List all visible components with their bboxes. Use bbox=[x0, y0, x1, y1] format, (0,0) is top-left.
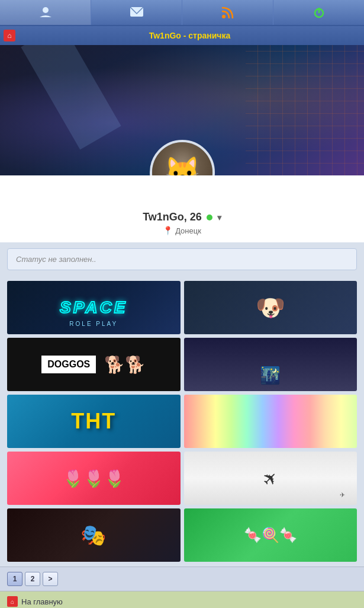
tnt-logo: ТНТ bbox=[71, 409, 116, 434]
group-item[interactable] bbox=[7, 281, 181, 334]
pagination-bar: 1 2 > bbox=[0, 567, 364, 591]
status-box[interactable]: Статус не заполнен.. bbox=[7, 248, 357, 270]
profile-location: 📍 Донецк bbox=[0, 226, 364, 235]
cover-grid bbox=[246, 45, 364, 175]
group-item[interactable]: ТНТ bbox=[7, 395, 181, 448]
title-bar: ⌂ Tw1nGo - страничка bbox=[0, 26, 364, 45]
online-indicator bbox=[207, 215, 212, 220]
page-1-button[interactable]: 1 bbox=[7, 572, 22, 586]
page-2-button[interactable]: 2 bbox=[25, 572, 40, 586]
profile-name-row: Tw1nGo, 26 ▾ bbox=[0, 211, 364, 223]
profile-info: Tw1nGo, 26 ▾ 📍 Донецк bbox=[0, 175, 364, 242]
home-icon-small: ⌂ bbox=[7, 596, 18, 607]
group-item[interactable]: 🌃 bbox=[184, 338, 357, 391]
home-title-icon: ⌂ bbox=[4, 30, 15, 41]
night-scene: 🌃 bbox=[260, 366, 281, 391]
page-next-button[interactable]: > bbox=[43, 572, 58, 586]
messages-icon bbox=[130, 5, 144, 20]
profile-avatar[interactable]: 🐱 bbox=[150, 140, 215, 175]
profile-nav-item[interactable] bbox=[0, 0, 91, 25]
group-item[interactable] bbox=[184, 395, 357, 448]
location-icon: 📍 bbox=[163, 226, 173, 235]
group-item[interactable] bbox=[184, 281, 357, 334]
main-content: 🐱 Tw1nGo, 26 ▾ 📍 Донецк Статус не заполн… bbox=[0, 45, 364, 608]
group-item[interactable] bbox=[7, 508, 181, 562]
profile-icon bbox=[38, 5, 53, 20]
profile-dropdown[interactable]: ▾ bbox=[217, 213, 221, 222]
group-item[interactable] bbox=[184, 508, 357, 562]
group-item[interactable] bbox=[7, 452, 181, 505]
home-link-text: На главную bbox=[21, 597, 63, 606]
groups-grid: DOGGOS 🐕🐕 🌃 ТНТ ✈ bbox=[7, 281, 357, 562]
top-navigation bbox=[0, 0, 364, 26]
power-icon bbox=[312, 5, 326, 20]
feed-nav-item[interactable] bbox=[182, 0, 273, 25]
svg-point-2 bbox=[222, 15, 226, 18]
doggos-badge: DOGGOS bbox=[41, 356, 96, 373]
power-nav-item[interactable] bbox=[273, 0, 364, 25]
groups-section: DOGGOS 🐕🐕 🌃 ТНТ ✈ bbox=[0, 276, 364, 567]
group-item[interactable]: DOGGOS 🐕🐕 bbox=[7, 338, 181, 391]
home-link-bar[interactable]: ⌂ На главную bbox=[0, 591, 364, 608]
doggos-icon: 🐕🐕 bbox=[104, 355, 146, 375]
avatar-image: 🐱 bbox=[152, 142, 212, 175]
profile-name: Tw1nGo, 26 bbox=[143, 211, 202, 223]
group-item[interactable]: ✈ bbox=[184, 452, 357, 505]
svg-point-0 bbox=[43, 7, 49, 13]
rss-icon bbox=[221, 5, 235, 20]
page-title: Tw1nGo - страничка bbox=[19, 31, 360, 40]
profile-cover: 🐱 bbox=[0, 45, 364, 175]
messages-nav-item[interactable] bbox=[91, 0, 182, 25]
